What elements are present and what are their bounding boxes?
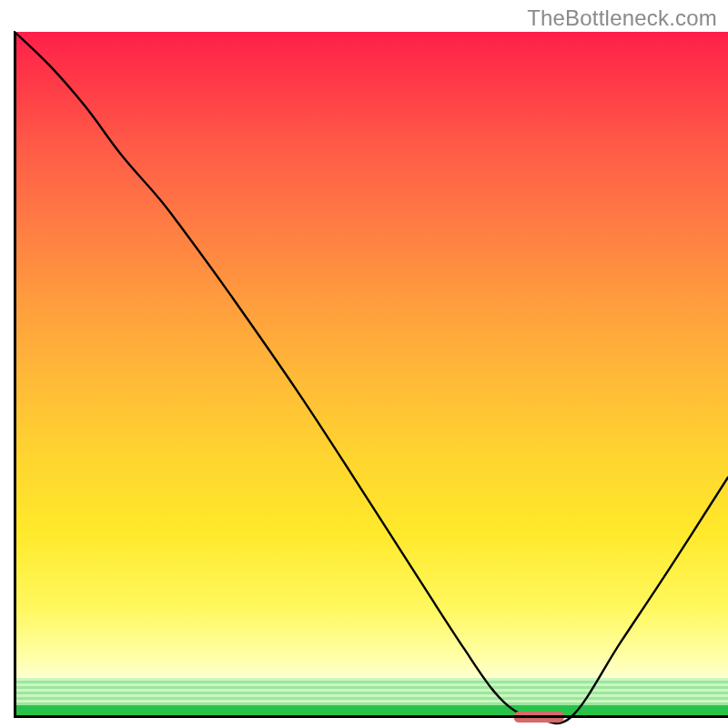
x-axis [14,715,728,718]
watermark-text: TheBottleneck.com [527,5,717,31]
y-axis [14,32,16,718]
bottleneck-curve [15,32,728,723]
curve-svg [15,32,728,717]
plot-area [15,32,728,717]
chart-stage: TheBottleneck.com [0,0,728,728]
